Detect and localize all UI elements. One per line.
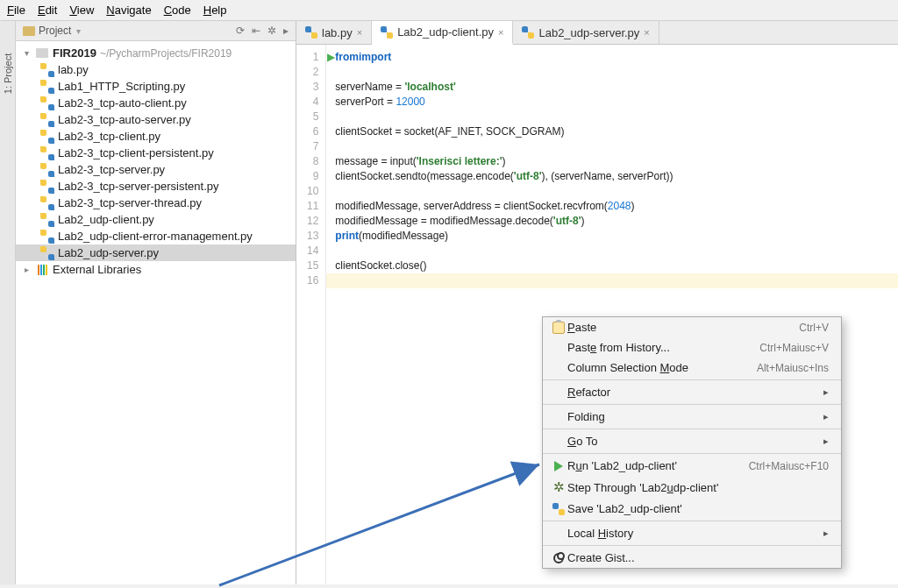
line-number: 7 [307,139,318,154]
ctx-save[interactable]: Save 'Lab2_udp-client' [543,499,841,519]
close-icon[interactable]: × [498,27,503,38]
ctx-local-history[interactable]: Local History▸ [543,523,841,543]
tree-file[interactable]: Lab2_udp-server.py [16,244,296,261]
line-number: 10 [307,184,318,199]
code-line[interactable]: clientSocket.close() [335,259,889,273]
file-name: Lab2-3_tcp-server-persistent.py [58,180,219,193]
menu-navigate[interactable]: Navigate [106,4,151,17]
code-line[interactable] [326,273,898,288]
tree-file[interactable]: Lab2-3_tcp-server.py [16,161,296,178]
code-line[interactable]: modifiedMessage = modifiedMessage.decode… [335,214,889,229]
project-root-name: FIR2019 [53,46,96,60]
editor-tab[interactable]: lab.py× [296,21,372,44]
tree-root[interactable]: ▾ FIR2019 ~/PycharmProjects/FIR2019 [16,45,296,61]
external-libraries-label: External Libraries [53,263,141,276]
line-number: 1▶ [307,50,318,65]
file-name: Lab2-3_tcp-auto-client.py [58,96,187,110]
python-icon [552,503,565,515]
ctx-create-gist[interactable]: Create Gist... [543,548,841,568]
ctx-column-selection[interactable]: Column Selection Mode Alt+Maiusc+Ins [543,358,841,378]
tree-file[interactable]: Lab2-3_tcp-server-thread.py [16,195,296,211]
tree-file[interactable]: Lab1_HTTP_Scripting.py [16,78,296,95]
ctx-paste-history[interactable]: Paste from History... Ctrl+Maiusc+V [543,337,841,358]
editor-tab[interactable]: Lab2_udp-client.py× [372,21,513,45]
tree-file[interactable]: Lab2-3_tcp-client.py [16,128,296,145]
github-icon [553,553,564,563]
code-line[interactable] [335,244,889,259]
gear-icon[interactable]: ✲ [267,25,276,37]
libraries-icon [38,265,47,275]
tab-label: Lab2_udp-server.py [538,26,639,39]
project-root-path: ~/PycharmProjects/FIR2019 [100,47,232,60]
ctx-refactor[interactable]: Refactor▸ [543,382,841,402]
python-icon [305,26,317,39]
line-number: 14 [307,244,318,259]
ctx-folding[interactable]: Folding▸ [543,407,841,427]
file-name: Lab2-3_tcp-client.py [58,130,160,143]
project-panel-title: Project [39,25,71,37]
ctx-goto[interactable]: Go To▸ [543,431,841,451]
file-name: Lab2-3_tcp-server-thread.py [58,196,202,209]
line-number: 5 [307,110,318,124]
line-number: 16 [307,273,318,288]
menu-edit[interactable]: Edit [38,4,57,17]
ctx-step-through[interactable]: ✲ Step Through 'Lab2udp-client' [543,476,841,499]
code-line[interactable]: clientSocket = socket(AF_INET, SOCK_DGRA… [335,124,889,139]
run-icon [554,461,563,471]
file-name: Lab2_udp-server.py [58,246,159,259]
menu-file[interactable]: File [7,4,25,17]
menu-view[interactable]: View [69,4,94,17]
code-line[interactable] [335,184,889,199]
tree-file[interactable]: Lab2_udp-client-error-management.py [16,228,296,244]
ctx-paste[interactable]: Paste Ctrl+V [543,317,841,337]
file-name: Lab2_udp-client.py [58,213,154,226]
code-line[interactable]: serverPort = 12000 [335,95,889,110]
menu-help[interactable]: Help [203,4,227,17]
python-icon [381,26,393,39]
options-icon[interactable]: ▸ [283,25,289,37]
close-icon[interactable]: × [644,27,649,38]
menu-code[interactable]: Code [164,4,191,17]
tree-file[interactable]: lab.py [16,61,296,78]
code-line[interactable] [335,110,889,124]
file-name: Lab2_udp-client-error-management.py [58,230,253,243]
ctx-run[interactable]: Run 'Lab2_udp-client' Ctrl+Maiusc+F10 [543,456,841,476]
code-line[interactable]: fromimport [335,50,889,65]
line-number: 6 [307,124,318,139]
code-line[interactable]: clientSocket.sendto(message.encode('utf-… [335,169,889,184]
tree-file[interactable]: Lab2-3_tcp-server-persistent.py [16,178,296,195]
collapse-icon[interactable]: ⇤ [252,25,260,37]
tree-file[interactable]: Lab2-3_tcp-auto-server.py [16,111,296,128]
file-name: Lab2-3_tcp-auto-server.py [58,113,191,126]
code-line[interactable]: serverName = 'localhost' [335,80,889,95]
folder-icon [23,26,35,36]
chevron-down-icon[interactable]: ▾ [76,26,81,36]
bug-icon: ✲ [553,479,565,495]
tree-file[interactable]: Lab2-3_tcp-client-persistent.py [16,145,296,161]
tree-file[interactable]: Lab2-3_tcp-auto-client.py [16,95,296,111]
code-line[interactable] [335,65,889,80]
tab-label: Lab2_udp-client.py [397,25,494,39]
chevron-right-icon[interactable]: ▸ [25,265,35,274]
file-name: lab.py [58,63,89,76]
close-icon[interactable]: × [357,27,362,38]
line-gutter: 1▶2345678910111213141516 [296,45,326,584]
sidebar-tab-project[interactable]: 1: Project [3,53,13,94]
tree-external-libs[interactable]: ▸ External Libraries [16,261,296,278]
code-line[interactable]: modifiedMessage, serverAddress = clientS… [335,199,889,214]
folder-icon [36,48,48,58]
code-line[interactable]: message = input('Inserisci lettere:') [335,154,889,169]
editor-tab[interactable]: Lab2_udp-server.py× [513,21,659,44]
refresh-icon[interactable]: ⟳ [236,25,245,37]
tab-label: lab.py [322,26,353,39]
editor-tabs: lab.py×Lab2_udp-client.py×Lab2_udp-serve… [296,21,898,45]
line-number: 8 [307,154,318,169]
code-line[interactable]: print(modifiedMessage) [335,229,889,244]
line-number: 2 [307,65,318,80]
chevron-down-icon[interactable]: ▾ [25,48,35,58]
code-line[interactable] [335,139,889,154]
file-name: Lab1_HTTP_Scripting.py [58,80,185,93]
run-gutter-icon[interactable]: ▶ [327,50,335,65]
tree-file[interactable]: Lab2_udp-client.py [16,211,296,228]
side-rail: 1: Project [0,21,16,584]
